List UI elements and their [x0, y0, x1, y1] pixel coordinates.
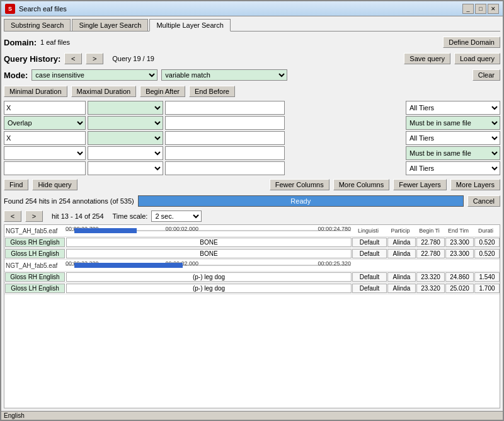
action-buttons-row: Find Hide query Fewer Columns More Colum… — [4, 178, 500, 192]
search-row-1: All Tiers — [4, 101, 500, 115]
time-scale-select[interactable]: 1 sec. 2 sec. 5 sec. 10 sec. — [151, 211, 202, 222]
query-prev-button[interactable]: < — [64, 53, 82, 64]
search-row-5: All Tiers — [4, 161, 500, 175]
end-before-button[interactable]: End Before — [189, 86, 235, 97]
maximal-duration-button[interactable]: Maximal Duration — [71, 86, 137, 97]
app-icon: S — [5, 4, 15, 14]
meta-dur-2-1: 1.540 — [474, 272, 500, 282]
nav-prev-button[interactable]: < — [4, 211, 21, 222]
tier-label-1-1: Gloss RH English — [5, 238, 65, 247]
timeline-viz-2: 00:00:23.320 00:00:02.000 00:00:25.320 — [66, 261, 351, 270]
tier-label-1-2: Gloss LH English — [5, 249, 65, 258]
query-next-button[interactable]: > — [86, 53, 103, 64]
clear-button[interactable]: Clear — [472, 69, 500, 81]
more-layers-button[interactable]: More Layers — [450, 179, 500, 190]
minimal-duration-button[interactable]: Minimal Duration — [4, 86, 67, 97]
close-button[interactable]: ✕ — [488, 4, 499, 14]
content-area: Substring Search Single Layer Search Mul… — [1, 16, 503, 411]
match-mode-select[interactable]: variable match exact match regex — [161, 69, 287, 81]
anno-data-row-1-1: Gloss RH English BONE Default Alinda 22.… — [4, 237, 500, 248]
connector-select-1[interactable]: Overlap — [4, 116, 86, 130]
search-value-4[interactable] — [165, 146, 285, 160]
timeline-viz-1: 00:00:22.780 00:00:02.000 00:00:24.780 — [66, 226, 351, 235]
fewer-columns-button[interactable]: Fewer Columns — [270, 179, 329, 190]
file-name-2: NGT_AH_fab5.eaf — [6, 262, 66, 269]
tier-select-5[interactable]: All Tiers — [406, 161, 500, 175]
anno-meta-1-2: Default Alinda 22.780 23.300 0.520 — [352, 249, 500, 258]
maximize-button[interactable]: □ — [475, 4, 486, 14]
hide-query-button[interactable]: Hide query — [32, 179, 77, 190]
window-title: Search eaf files — [19, 5, 462, 13]
blue-bar-1 — [74, 228, 137, 233]
anno-text-1-2: BONE — [66, 249, 352, 258]
more-columns-button[interactable]: More Columns — [333, 179, 390, 190]
meta-dur-1-2: 0.520 — [474, 249, 500, 258]
query-history-label: Query History: — [4, 54, 60, 64]
file-name-1: NGT_AH_fab5.eaf — [6, 228, 66, 234]
search-dropdown-2a[interactable] — [88, 116, 163, 130]
search-dropdown-5a[interactable] — [88, 161, 163, 175]
meta-begin-2-2: 23.320 — [416, 284, 445, 293]
cancel-button[interactable]: Cancel — [467, 195, 500, 207]
meta-begin-2-1: 23.320 — [416, 272, 445, 282]
save-query-button[interactable]: Save query — [404, 53, 450, 64]
search-value-5[interactable] — [165, 161, 285, 175]
mode-row: Mode: case insensitive case sensitive va… — [4, 68, 500, 82]
tier-select-2[interactable]: Must be in same file — [406, 116, 500, 130]
ts2-3: 00:00:25.320 — [318, 260, 351, 267]
meta-particip-2-2: Alinda — [387, 284, 416, 293]
search-text-3[interactable] — [4, 131, 86, 145]
search-value-1[interactable] — [165, 101, 285, 115]
results-bar: Found 254 hits in 254 annotations (of 53… — [4, 195, 500, 207]
search-dropdown-1a[interactable] — [88, 101, 163, 115]
tier-select-3[interactable]: All Tiers — [406, 131, 500, 145]
anno-text-2-2: (p-) leg dog — [66, 284, 352, 293]
begin-after-button[interactable]: Begin After — [140, 86, 185, 97]
search-text-5[interactable] — [4, 161, 86, 175]
hit-info: hit 13 - 14 of 254 — [52, 212, 104, 220]
connector-select-2[interactable] — [4, 146, 86, 160]
navigation-row: < > hit 13 - 14 of 254 Time scale: 1 sec… — [4, 211, 500, 222]
tab-single-layer-search[interactable]: Single Layer Search — [72, 19, 148, 31]
results-summary: Found 254 hits in 254 annotations (of 53… — [4, 197, 134, 205]
search-value-2[interactable] — [165, 116, 285, 130]
find-button[interactable]: Find — [4, 179, 28, 190]
meta-begin-1-2: 22.780 — [416, 249, 445, 258]
timeline-area: NGT_AH_fab5.eaf 00:00:22.780 00:00:02.00… — [4, 224, 500, 408]
meta-linguist-1-1: Default — [352, 238, 387, 247]
load-query-button[interactable]: Load query — [454, 53, 500, 64]
tab-bar: Substring Search Single Layer Search Mul… — [4, 19, 500, 32]
query-info: Query 19 / 19 — [112, 55, 154, 62]
tier-select-4[interactable]: Must be in same file — [406, 146, 500, 160]
anno-meta-1-1: Default Alinda 22.780 23.300 0.520 — [352, 238, 500, 247]
status-text: Ready — [290, 197, 311, 205]
search-row-4: Must be in same file — [4, 146, 500, 160]
search-dropdown-3a[interactable] — [88, 131, 163, 145]
meta-linguist-2-2: Default — [352, 284, 387, 293]
case-mode-select[interactable]: case insensitive case sensitive — [32, 69, 158, 81]
meta-particip-1-1: Alinda — [387, 238, 416, 247]
nav-next-button[interactable]: > — [25, 211, 43, 222]
meta-end-1-2: 23.300 — [445, 249, 474, 258]
anno-meta-2-1: Default Alinda 23.320 24.860 1.540 — [352, 272, 500, 282]
fewer-layers-button[interactable]: Fewer Layers — [393, 179, 447, 190]
meta-end-2-1: 24.860 — [445, 272, 474, 282]
tier-select-1[interactable]: All Tiers — [406, 101, 500, 115]
search-value-3[interactable] — [165, 131, 285, 145]
tier-label-2-1: Gloss RH English — [5, 272, 65, 282]
minimize-button[interactable]: _ — [462, 4, 474, 14]
search-row-3: All Tiers — [4, 131, 500, 145]
domain-row: Domain: 1 eaf files Define Domain — [4, 35, 500, 49]
tab-substring-search[interactable]: Substring Search — [4, 19, 71, 31]
meta-end-2-2: 25.020 — [445, 284, 474, 293]
tab-multiple-layer-search[interactable]: Multiple Layer Search — [149, 19, 230, 32]
anno-data-row-2-2: Gloss LH English (p-) leg dog Default Al… — [4, 283, 500, 294]
anno-data-row-2-1: Gloss RH English (p-) leg dog Default Al… — [4, 272, 500, 283]
title-bar: S Search eaf files _ □ ✕ — [1, 1, 503, 16]
meta-particip-2-1: Alinda — [387, 272, 416, 282]
define-domain-button[interactable]: Define Domain — [443, 37, 500, 48]
search-text-1[interactable] — [4, 101, 86, 115]
search-dropdown-4a[interactable] — [88, 146, 163, 160]
status-bar: English — [1, 411, 503, 420]
main-window: S Search eaf files _ □ ✕ Substring Searc… — [0, 0, 504, 421]
